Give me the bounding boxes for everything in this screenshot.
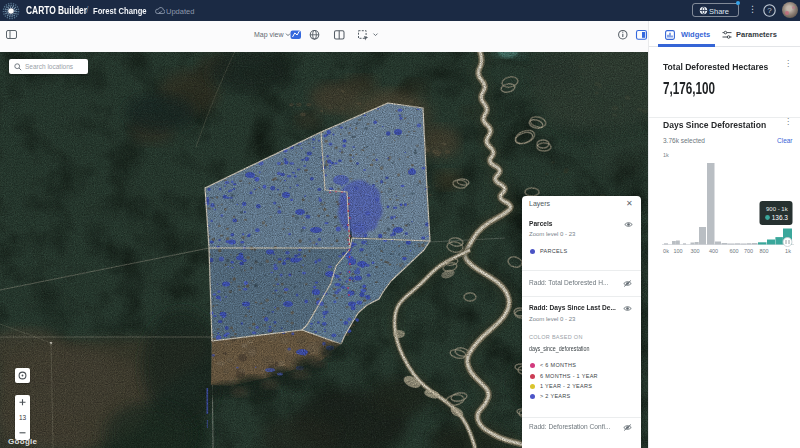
- svg-text:800: 800: [759, 248, 768, 254]
- svg-text:1k: 1k: [785, 248, 791, 254]
- svg-text:300: 300: [690, 248, 699, 254]
- svg-text:100: 100: [673, 248, 682, 254]
- svg-text:⋮: ⋮: [784, 117, 792, 126]
- svg-text:?: ?: [767, 6, 772, 15]
- svg-text:136.3: 136.3: [772, 214, 789, 221]
- svg-text:700: 700: [744, 248, 753, 254]
- svg-text:⋮: ⋮: [784, 59, 792, 68]
- svg-text:900 - 1k: 900 - 1k: [766, 206, 789, 212]
- svg-text:600: 600: [729, 248, 738, 254]
- svg-text:0k: 0k: [663, 248, 669, 254]
- svg-text:400: 400: [709, 248, 718, 254]
- svg-text:13: 13: [19, 414, 27, 421]
